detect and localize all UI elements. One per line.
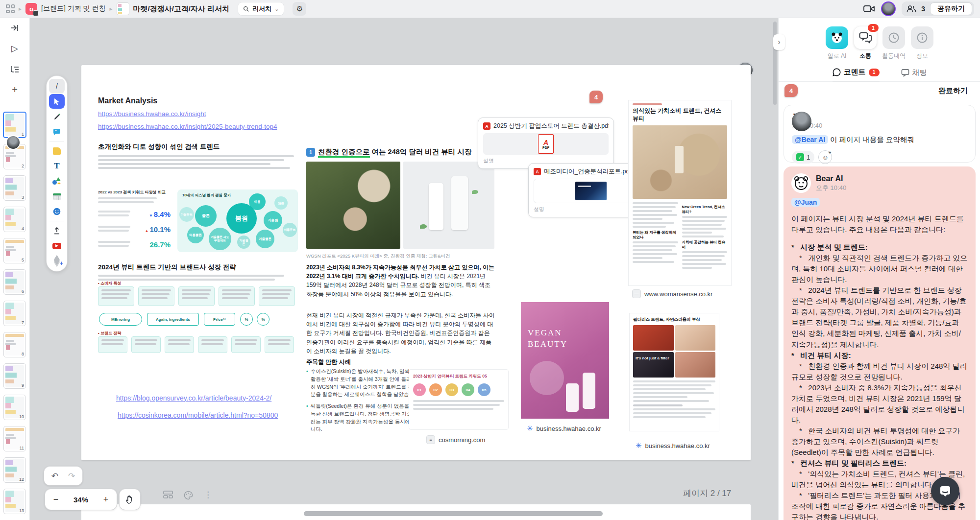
photo-vegan-bottles[interactable]	[403, 162, 494, 249]
present-icon[interactable]: ▷	[0, 38, 29, 59]
tab-activity[interactable]: 활동내역	[882, 26, 906, 60]
apps-grid-icon[interactable]	[6, 4, 15, 13]
page-thumbnail[interactable]: 6	[3, 269, 26, 295]
pdf-attachment-card[interactable]: A 2025 상반기 팝업스토어 트렌드 총결산.pdf APDF 설명	[478, 118, 614, 169]
settings-button[interactable]: ⚙	[293, 2, 306, 16]
topbar-actions: 3 공유하기	[863, 1, 980, 16]
page-thumbnail[interactable]: 7	[3, 301, 26, 326]
page-thumbnail[interactable]: 11	[3, 426, 26, 451]
sticky-note-tool[interactable]	[49, 143, 65, 158]
youtube-tool[interactable]	[49, 238, 65, 253]
collapse-sidebar-icon[interactable]	[0, 18, 29, 38]
source-link[interactable]: ✳ business.hwahae.co.kr	[636, 441, 710, 450]
search-dropdown[interactable]: 리서치 ⌄	[238, 2, 284, 15]
embedded-photo-vegan-beauty[interactable]: VEGAN BEAUTY	[521, 302, 609, 419]
resolve-button[interactable]: 완료하기	[938, 86, 968, 95]
zoom-level[interactable]: 34%	[67, 496, 95, 504]
thread-marker[interactable]: 4	[784, 84, 798, 97]
zoom-in-button[interactable]: +	[95, 495, 117, 505]
page-thumbnail[interactable]: 1	[3, 112, 26, 138]
text-line	[98, 245, 129, 247]
comment-card[interactable]: Juan 오후 10:40 @Bear AI 이 페이지 내용을 요약해줘 ✓ …	[784, 105, 976, 163]
caret-right-icon: ▸	[109, 5, 112, 12]
text-line	[413, 400, 504, 402]
horizontal-scrollbar[interactable]	[304, 511, 603, 516]
palette-icon[interactable]	[184, 491, 193, 500]
page-thumbnail[interactable]: 5	[3, 238, 26, 263]
zoom-out-button[interactable]: −	[45, 495, 67, 505]
text-line	[682, 263, 727, 265]
page-thumbnail[interactable]: 13	[3, 489, 26, 514]
mention-chip[interactable]: @Bear AI	[792, 135, 828, 144]
mention-chip[interactable]: @Juan	[791, 198, 820, 207]
tab-info[interactable]: 정보	[910, 26, 934, 60]
board-page-1[interactable]: Market Analysis https://business.hwahae.…	[81, 65, 751, 460]
add-layer-tool[interactable]: +	[49, 254, 65, 268]
canvas-link[interactable]: https://blog.opensurvey.co.kr/article/be…	[116, 394, 271, 402]
page-thumbnail[interactable]: 9	[3, 363, 26, 389]
subtab-chat[interactable]: 채팅	[901, 68, 927, 82]
embedded-filterless-card[interactable]: 필터리스 트렌드, 자연스러움의 부상 It's not just a filt…	[630, 313, 719, 431]
hand-tool-button[interactable]	[120, 489, 140, 510]
undo-icon[interactable]: ↶	[51, 471, 58, 481]
source-link[interactable]: — www.womansense.co.kr	[632, 289, 712, 298]
select-tool[interactable]	[49, 94, 65, 109]
text-line	[633, 388, 706, 390]
shapes-tool[interactable]: ✦	[49, 174, 65, 189]
page-thumbnail[interactable]: 8	[3, 332, 26, 357]
canvas[interactable]: 페이지 제목 ⋮ 페이지 1 / 17 Juan / " T	[29, 18, 778, 520]
pdf-preview[interactable]: APDF	[483, 133, 609, 155]
canvas-link[interactable]: https://cosinkorea.com/mobile/article.ht…	[118, 411, 278, 419]
tab-allo-ai[interactable]: 알로 AI	[825, 26, 849, 60]
outline-list-icon[interactable]	[0, 59, 29, 79]
keyword-bubble: 겨울쿨톤 새도우팔레트	[209, 228, 231, 250]
add-page-icon[interactable]: +	[0, 79, 29, 100]
reaction-pill[interactable]: ✓ 1	[792, 151, 814, 164]
chat-bubbles-icon	[859, 32, 872, 44]
article-paragraph: 2023년 소비자의 8.3%가 지속가능성을 최우선 가치로 삼고 있으며, …	[306, 263, 495, 299]
kebab-menu-icon[interactable]: ⋮	[204, 491, 212, 500]
redo-icon[interactable]: ↷	[68, 471, 75, 481]
text-tool[interactable]: T	[49, 159, 65, 173]
canvas-heading[interactable]: Market Analysis	[98, 96, 157, 105]
page-thumbnail[interactable]: 4	[3, 207, 26, 232]
canvas-link[interactable]: https://business.hwahae.co.kr/insight/20…	[98, 123, 277, 130]
source-link[interactable]: ≡ cosmorning.com	[426, 435, 485, 444]
help-chat-button[interactable]	[931, 477, 959, 505]
flow-ellipse: MErroring	[99, 313, 142, 326]
embedded-article-vegan[interactable]: 1 친환경 인증으로 여는 248억 달러 비건 뷰티 시장	[306, 147, 495, 157]
ai-comment-card[interactable]: Bear AI 오후 10:40 @Juan 이 페이지는 뷰티 시장 분석 및…	[784, 166, 976, 520]
page-thumbnail[interactable]: 12	[3, 457, 26, 483]
tab-communication[interactable]: 1 소통	[854, 26, 877, 60]
page-thumbnail[interactable]: 10	[3, 395, 26, 420]
panel-collapse-tab[interactable]: ›	[773, 34, 785, 50]
layout-icon[interactable]	[163, 491, 173, 498]
user-avatar[interactable]	[881, 1, 896, 16]
canvas-link[interactable]: https://business.hwahae.co.kr/insight	[98, 110, 277, 118]
video-call-icon[interactable]	[863, 4, 875, 13]
text-line	[201, 343, 223, 345]
pen-tool[interactable]	[49, 109, 65, 124]
share-button[interactable]: 공유하기	[930, 2, 972, 15]
subtab-comments[interactable]: 코멘트 1	[833, 68, 880, 82]
text-line	[633, 416, 706, 418]
add-reaction-button[interactable]: ☺+	[818, 150, 832, 164]
emoji-tool[interactable]	[49, 204, 65, 219]
comment-marker[interactable]: 4	[589, 91, 603, 103]
embedded-strategy-diagram[interactable]: 2024년 뷰티 트렌드 기반의 브랜드사 성장 전략 • 소비자 특성 MEr…	[98, 263, 300, 361]
upload-tool[interactable]	[49, 223, 65, 238]
source-link[interactable]: ✳ business.hwahae.co.kr	[527, 424, 601, 433]
document-title[interactable]: 마켓/경쟁사/고객/자사 리서치	[133, 4, 230, 14]
document-thumbnail[interactable]	[117, 2, 129, 15]
table-tool[interactable]	[49, 189, 65, 204]
photo-moss-jar[interactable]	[306, 162, 400, 249]
comment-tool[interactable]: "	[49, 124, 65, 139]
people-icon[interactable]	[906, 5, 916, 13]
workspace-logo[interactable]: ʊ	[25, 3, 37, 15]
embedded-infographic[interactable]: 초개인화와 디토 성향이 섞인 검색 트렌드 2022 vs 2023 검색 키…	[98, 142, 300, 256]
page-thumbnail[interactable]: 3	[3, 175, 26, 201]
embedded-article-womansense[interactable]: 의식있는 가치소비 트렌드, 컨셔스 뷰티 뷰티는 왜 지구를 생각하게 되었나…	[629, 100, 731, 285]
breadcrumb-workspace[interactable]: [브랜드] 기획 및 런칭	[41, 4, 105, 13]
slash-command-tool[interactable]: /	[49, 79, 65, 94]
embedded-trend-card[interactable]: 2023 상반기 언더뷰티 트렌드 키워드 05 01 02 03 04 05	[409, 370, 508, 429]
